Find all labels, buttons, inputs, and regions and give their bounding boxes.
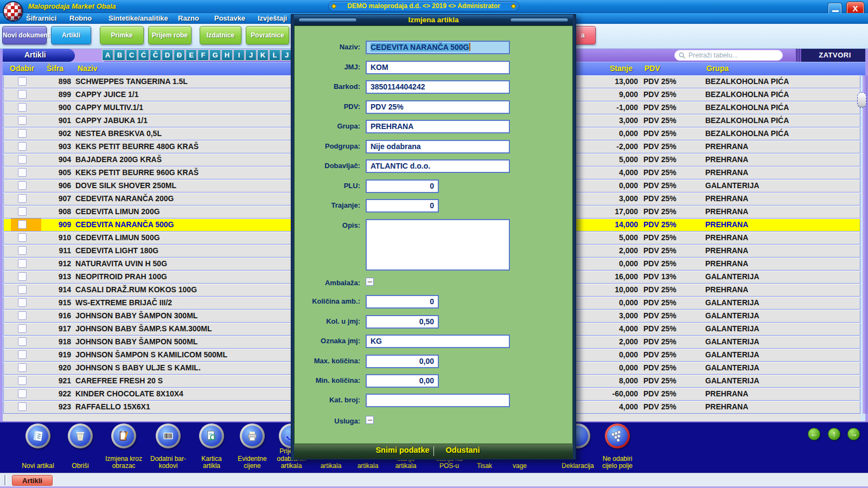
row-checkbox[interactable] [18,246,27,255]
row-checkbox[interactable] [18,402,27,411]
pdv-input[interactable]: PDV 25% [366,100,510,114]
kol-u-jmj-input[interactable]: 0,50 [366,315,439,329]
row-checkbox[interactable] [18,311,27,320]
bottom-tool-novi-artikal[interactable]: Novi artikal [15,423,61,473]
row-name: CEDEVITA NARANČA 200G [75,194,174,203]
row-checkbox[interactable] [18,90,27,99]
row-checkbox[interactable] [18,103,27,112]
toolbar-button-povratnice[interactable]: Povratnice [246,26,289,44]
status-tab-artikli[interactable]: Artikli [12,475,53,486]
trajanje-input[interactable]: 0 [366,199,439,213]
search-icon [679,52,686,59]
alphabet-letter[interactable]: D [162,49,173,61]
ambalaza-checkbox[interactable] [366,278,374,286]
row-group: GALANTERIJA [705,337,760,346]
alphabet-letter[interactable]: E [186,49,197,61]
menu-item-izvjetaji[interactable]: Izvještaji [258,14,287,22]
min-kolicina-input[interactable]: 0,00 [366,374,439,388]
grupa-input[interactable]: PREHRANA [366,120,510,133]
table-scrollbar[interactable] [863,75,867,414]
alphabet-letter[interactable]: Đ [174,49,185,61]
max-kolicina-input[interactable]: 0,00 [366,355,439,368]
arrow-right-icon[interactable]: → [847,428,860,440]
cancel-button[interactable]: Odustani [438,446,487,454]
zatvori-button[interactable]: ZATVORI [802,49,868,62]
row-checkbox[interactable] [18,116,27,125]
alphabet-letter[interactable]: Ć [138,49,149,61]
row-checkbox[interactable] [18,324,27,333]
col-grupa[interactable]: Grupa [706,64,729,73]
toolbar-button-prijemrobe[interactable]: Prijem robe [148,26,192,44]
row-checkbox[interactable] [18,376,27,385]
search-input[interactable]: Pretraži tabelu... [674,50,783,61]
col-odabir[interactable]: Odabir [10,64,34,73]
alphabet-letter[interactable]: C [126,49,137,61]
kat-broj-input[interactable] [366,394,510,407]
alphabet-letter[interactable]: F [197,49,209,61]
alphabet-letter[interactable]: L [269,49,280,61]
bottom-tool-kartica-artikla[interactable]: Kartica artikla [192,423,231,473]
col-naziv[interactable]: Naziv [78,64,98,73]
menu-item-ifrarnici[interactable]: Šifrarnici [26,14,56,22]
row-checkbox[interactable] [18,285,27,294]
bottom-tool-evidentne-cijene[interactable]: Evidentne cijene [231,423,273,473]
bottom-tool-ne-odabiri-cijelo-polje[interactable]: Ne odabiri cijelo polje [596,423,639,473]
row-checkbox[interactable] [18,220,27,229]
col-pdv[interactable]: PDV [644,64,660,73]
row-checkbox[interactable] [18,77,27,86]
jmj-input[interactable]: KOM [366,61,510,74]
toolbar-button-primke[interactable]: Primke [100,26,144,44]
row-checkbox[interactable] [18,129,27,138]
alphabet-letter[interactable]: A [102,49,113,61]
toolbar-button-novidokument[interactable]: Novi dokument [2,26,47,44]
row-checkbox[interactable] [18,350,27,359]
alphabet-letter[interactable]: B [114,49,125,61]
row-checkbox[interactable] [18,298,27,307]
toolbar-button-artikli[interactable]: Artikli [51,26,91,44]
menu-item-robno[interactable]: Robno [69,14,92,22]
row-checkbox[interactable] [18,207,27,216]
row-qty: 0,000 [584,350,638,359]
alphabet-letter[interactable]: G [209,49,221,61]
barkod-input[interactable]: 3850114404242 [366,80,510,94]
naziv-input[interactable]: CEDEVITA NARANČA 500G [366,41,510,54]
oznaka-jmj-input[interactable]: KG [366,335,510,348]
bottom-tool-obri-i[interactable]: Obriši [58,423,103,473]
row-checkbox[interactable] [18,142,27,151]
bottom-tool-izmjena-kroz-obrazac[interactable]: Izmjena kroz obrazac [100,423,148,473]
row-checkbox[interactable] [18,389,27,398]
row-checkbox[interactable] [18,363,27,372]
row-checkbox[interactable] [18,168,27,177]
row-checkbox[interactable] [18,259,27,268]
alphabet-letter[interactable]: J [245,49,257,61]
col-sifra[interactable]: Šifra [47,64,63,73]
toolbar-button-izdatnice[interactable]: Izdatnice [200,26,241,44]
alphabet-letter[interactable]: K [257,49,269,61]
arrow-up-icon[interactable]: ↑ [828,428,840,440]
bottom-tool-dodatni-bar-kodovi[interactable]: Dodatni bar-kodovi [145,423,191,473]
row-checkbox[interactable] [18,181,27,190]
row-checkbox[interactable] [18,337,27,346]
opis-textarea[interactable] [366,219,510,271]
scrollbar-thumb[interactable] [857,92,866,108]
row-qty: 0,000 [584,181,638,190]
dobavljac-input[interactable]: ATLANTIC d.o.o. [366,159,510,173]
usluga-checkbox[interactable] [366,416,374,424]
row-checkbox[interactable] [18,233,27,242]
menu-item-postavke[interactable]: Postavke [214,14,245,22]
menu-item-razno[interactable]: Razno [178,14,199,22]
col-stanje[interactable]: Stanje [585,64,633,73]
table-tab-artikli[interactable]: Artikli [2,49,75,62]
row-checkbox[interactable] [18,272,27,281]
save-button[interactable]: Snimi podatke [359,446,446,454]
kolicina-amb-input[interactable]: 0 [366,295,439,309]
alphabet-letter[interactable]: H [221,49,233,61]
alphabet-letter[interactable]: Č [150,49,161,61]
alphabet-letter[interactable]: I [233,49,245,61]
podgrupa-input[interactable]: Nije odabrana [366,140,510,153]
arrow-left-icon[interactable]: ← [808,428,820,440]
row-checkbox[interactable] [18,194,27,203]
menu-item-sintetikeanalitike[interactable]: Sintetike/analitike [108,14,168,22]
row-checkbox[interactable] [18,155,27,164]
plu-input[interactable]: 0 [366,179,439,193]
